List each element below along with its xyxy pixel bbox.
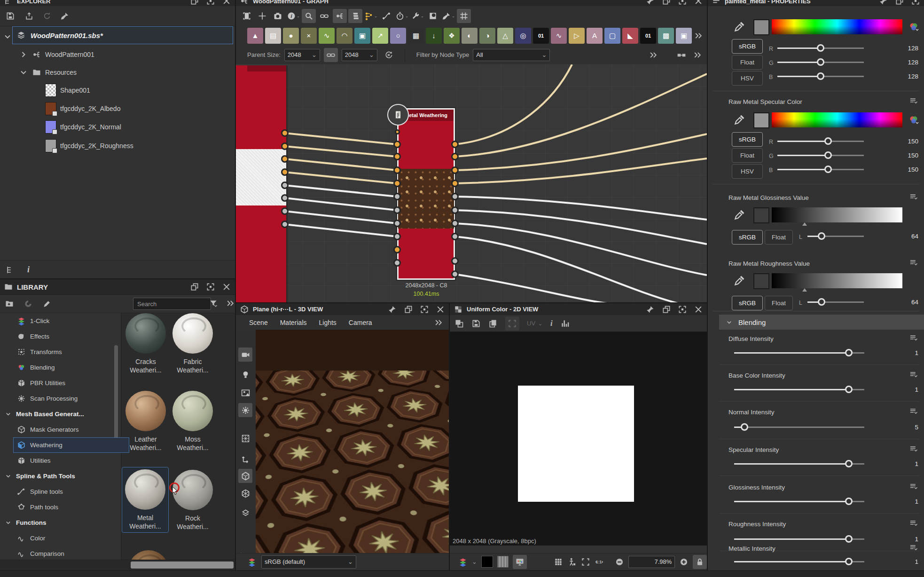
slider-knob[interactable] <box>824 137 832 145</box>
srgb-button[interactable]: sRGB <box>732 296 763 310</box>
float-button[interactable]: Float <box>732 55 763 70</box>
colorspace-dropdown[interactable]: sRGB (default)⌄ <box>261 555 356 569</box>
maximize-icon[interactable] <box>678 0 687 6</box>
preset-icon[interactable] <box>909 333 918 343</box>
frame-button[interactable] <box>457 9 471 23</box>
camera-button[interactable] <box>271 9 285 23</box>
channel-slider[interactable] <box>777 44 864 52</box>
library-category-mask-generators[interactable]: Mask Generators <box>0 422 136 437</box>
copy-image-button[interactable] <box>488 319 498 328</box>
atomic-node-button-17[interactable]: ∿ <box>551 28 567 44</box>
color-swatch[interactable] <box>753 19 769 35</box>
atomic-node-button-19[interactable]: A <box>587 28 603 44</box>
link-button[interactable] <box>317 9 331 23</box>
node-pin[interactable] <box>451 270 459 278</box>
atomic-node-button-2[interactable]: ● <box>283 28 299 44</box>
histogram-button[interactable] <box>560 319 570 328</box>
layers-button[interactable] <box>348 9 362 23</box>
hsv-button[interactable]: HSV <box>732 164 763 179</box>
display-background-button[interactable] <box>454 319 464 328</box>
library-category-color[interactable]: Color <box>0 530 136 546</box>
slider-knob[interactable] <box>741 423 748 431</box>
maximize-icon[interactable] <box>206 282 215 292</box>
uvsphere-button[interactable] <box>238 431 252 445</box>
menu-scene[interactable]: Scene <box>249 319 268 326</box>
tree-row-albedo[interactable]: tfgcddyc_2K_Albedo i <box>0 101 235 116</box>
more-icon[interactable] <box>649 50 658 60</box>
channel-slider[interactable] <box>777 72 864 80</box>
broom-button[interactable]: ⌄ <box>441 9 455 23</box>
nodes-button[interactable] <box>333 9 347 23</box>
slider-knob[interactable] <box>845 498 853 505</box>
preset-icon[interactable] <box>909 192 918 202</box>
preset-icon[interactable] <box>909 407 918 416</box>
filter-preset-button[interactable] <box>23 299 33 308</box>
maximize-icon[interactable] <box>420 305 429 314</box>
channel-slider[interactable] <box>777 151 864 159</box>
pincurve-button[interactable] <box>379 9 393 23</box>
library-category-blending[interactable]: Blending <box>0 360 136 375</box>
onetoonefit-button[interactable] <box>255 9 269 23</box>
dotsconnect-button[interactable]: ⌄ <box>364 9 378 23</box>
close-icon[interactable] <box>222 0 231 6</box>
node-pin[interactable] <box>395 129 400 134</box>
float-icon[interactable] <box>190 282 199 292</box>
slider-knob[interactable] <box>845 386 853 393</box>
slider-knob[interactable] <box>845 460 853 467</box>
channel-slider[interactable] <box>807 232 864 240</box>
tree-row-graph[interactable]: WoodPattern001 <box>0 47 235 62</box>
eyedropper-icon[interactable] <box>733 21 745 33</box>
float-icon[interactable] <box>404 305 413 314</box>
library-item-moss[interactable]: MossWeatheri... <box>170 389 216 452</box>
maximize-icon[interactable] <box>678 305 687 314</box>
search-input[interactable] <box>133 298 211 310</box>
close-icon[interactable] <box>222 282 231 292</box>
node-pin[interactable] <box>393 233 401 240</box>
atomic-node-button-24[interactable]: ▣ <box>676 28 692 44</box>
node-pin[interactable] <box>393 220 401 227</box>
graph-canvas[interactable]: Metal Weathering 2048x2048 - C8 100.41ms <box>236 64 707 302</box>
atomic-node-button-18[interactable]: ▷ <box>569 28 585 44</box>
atomic-node-button-7[interactable]: ↗ <box>372 28 388 44</box>
cubewire-button[interactable] <box>238 486 252 500</box>
background-black-swatch[interactable] <box>481 556 493 568</box>
node-pin[interactable] <box>393 153 401 160</box>
slider-knob[interactable] <box>824 166 832 173</box>
node-pin[interactable] <box>393 180 401 187</box>
library-category-1-click[interactable]: 1-Click <box>0 313 136 329</box>
slider-knob[interactable] <box>817 58 824 66</box>
atomic-node-button-15[interactable]: ◎ <box>515 28 531 44</box>
lock-zoom-button[interactable] <box>693 555 707 569</box>
physical-size-button[interactable] <box>567 557 577 567</box>
preset-icon[interactable] <box>909 370 918 379</box>
tree-row-normal[interactable]: tfgcddyc_2K_Normal i <box>0 119 235 134</box>
new-folder-button[interactable] <box>5 299 14 308</box>
more-icon[interactable] <box>693 50 702 60</box>
fitview-button[interactable] <box>240 9 254 23</box>
pin-icon[interactable] <box>879 0 888 6</box>
collapse-file-icon[interactable] <box>3 32 12 41</box>
library-item-rock[interactable]: RockWeatheri... <box>170 468 216 531</box>
node-metal-weathering[interactable]: Metal Weathering <box>397 108 455 280</box>
hsv-button[interactable]: HSV <box>732 71 763 86</box>
chevron-down-icon[interactable] <box>19 68 28 77</box>
atomic-node-button-5[interactable]: ◠ <box>337 28 352 44</box>
atomic-node-button-20[interactable]: ▢ <box>604 28 620 44</box>
node-pin[interactable] <box>451 206 459 214</box>
timer-button[interactable]: ⌄ <box>395 9 409 23</box>
diamond2-button[interactable] <box>238 506 252 520</box>
save-image-button[interactable] <box>471 319 481 328</box>
package-row[interactable]: WoodPattern001.sbs* <box>12 26 233 44</box>
color-gradient-bar[interactable] <box>772 207 902 222</box>
menu-more-icon[interactable] <box>434 318 443 327</box>
chevron-down-icon[interactable] <box>5 411 12 418</box>
close-icon[interactable] <box>436 305 445 314</box>
cube-button[interactable] <box>238 469 252 483</box>
library-category-weathering[interactable]: Weathering <box>0 437 136 453</box>
color-wheel-icon[interactable] <box>908 21 919 32</box>
info-button[interactable]: i <box>550 319 553 328</box>
tree-row-resources[interactable]: Resources <box>0 65 235 80</box>
tree-row-shape001[interactable]: Shape001 i <box>0 83 235 98</box>
node-pin[interactable] <box>451 233 459 240</box>
atomic-node-button-1[interactable]: ▤ <box>265 28 281 44</box>
